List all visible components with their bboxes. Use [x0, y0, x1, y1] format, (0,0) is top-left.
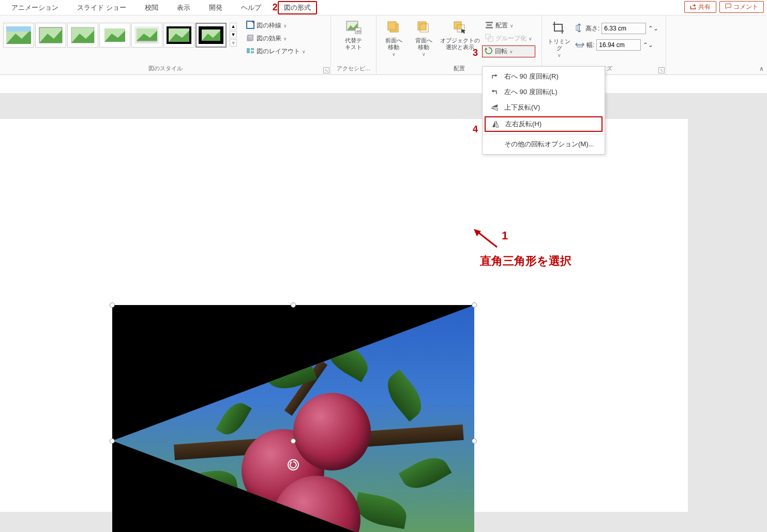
bring-forward-icon: [387, 21, 400, 36]
height-input[interactable]: [601, 23, 646, 34]
alt-text-button[interactable]: ab 代替テ キスト: [340, 18, 368, 51]
send-backward-button[interactable]: 背面へ 移動∨: [410, 18, 438, 57]
picture-border-button[interactable]: 図の枠線∨: [243, 20, 309, 32]
crop-label: トリミング: [545, 38, 573, 52]
height-spinner[interactable]: ⌃⌄: [648, 25, 658, 32]
rotate-left-icon: [490, 87, 499, 97]
flip-h-label: 左右反転(H): [505, 119, 542, 129]
svg-rect-2: [6, 26, 31, 32]
picture-layout-label: 図のレイアウト: [257, 47, 300, 56]
svg-marker-41: [485, 48, 487, 50]
svg-rect-37: [487, 24, 492, 26]
gallery-more[interactable]: ▿: [230, 39, 237, 47]
more-rotation-options[interactable]: その他の回転オプション(M)...: [483, 136, 605, 152]
rotation-handle[interactable]: [288, 459, 299, 470]
style-thumb-1[interactable]: [3, 23, 34, 48]
tab-review[interactable]: 校閲: [136, 1, 168, 14]
handle-ne[interactable]: [472, 302, 477, 308]
svg-marker-47: [496, 121, 499, 127]
style-thumb-2[interactable]: [35, 23, 66, 48]
rotate-right-icon: [490, 72, 499, 81]
align-label: 配置: [495, 21, 508, 30]
styles-launcher[interactable]: ⤡: [323, 67, 329, 73]
menubar: アニメーション スライド ショー 校閲 表示 開発 ヘルプ 2 図の形式 共有 …: [0, 0, 767, 16]
width-label: 幅:: [586, 41, 594, 50]
height-icon: [575, 23, 583, 34]
group-icon: [485, 34, 493, 43]
svg-rect-23: [247, 48, 250, 53]
border-icon: [246, 21, 254, 31]
layout-icon: [246, 47, 254, 56]
width-spinner[interactable]: ⌃⌄: [643, 41, 653, 49]
annotation-1: 1: [502, 229, 508, 242]
picture-effects-label: 図の効果: [257, 34, 281, 43]
tab-view[interactable]: 表示: [168, 1, 200, 14]
style-thumb-5[interactable]: [131, 23, 162, 48]
handle-w[interactable]: [110, 438, 115, 444]
selection-pane-button[interactable]: オブジェクトの 選択と表示: [440, 18, 480, 51]
crop-button[interactable]: トリミング∨: [545, 18, 573, 58]
group-size: トリミング∨ 高さ: ⌃⌄ 幅: ⌃⌄ サイズ ⤡: [542, 16, 666, 74]
tab-developer[interactable]: 開発: [200, 1, 232, 14]
flip-v-icon: [490, 103, 499, 112]
picture-effects-button[interactable]: 図の効果∨: [243, 33, 309, 44]
svg-rect-38: [486, 27, 493, 28]
svg-rect-43: [577, 45, 582, 47]
svg-marker-45: [491, 108, 498, 111]
effects-icon: [246, 34, 254, 43]
crop-icon: [552, 21, 566, 37]
dropdown-separator: [483, 134, 605, 134]
size-launcher[interactable]: ⤡: [658, 67, 665, 73]
flip-h-icon: [491, 119, 500, 129]
style-thumb-6[interactable]: [163, 23, 194, 48]
selected-picture[interactable]: [112, 305, 474, 532]
collapse-ribbon[interactable]: ∧: [759, 65, 764, 72]
svg-marker-46: [492, 121, 495, 127]
style-thumb-4[interactable]: [99, 23, 130, 48]
svg-rect-20: [247, 21, 254, 28]
ribbon: ▲ ▼ ▿ 図の枠線∨ 図の効果∨ 図のレイアウト∨ 図のスタイル: [0, 16, 767, 75]
slide[interactable]: [0, 119, 688, 512]
width-input[interactable]: [596, 39, 641, 51]
rotate-left-90[interactable]: 左へ 90 度回転(L): [483, 84, 605, 100]
share-icon: [690, 3, 696, 11]
tab-picture-format[interactable]: 図の形式: [278, 1, 317, 14]
tab-help[interactable]: ヘルプ: [232, 1, 270, 14]
handle-center[interactable]: [291, 438, 296, 444]
comment-label: コメント: [733, 3, 758, 11]
align-button[interactable]: 配置∨: [482, 20, 535, 32]
height-label: 高さ:: [585, 24, 599, 33]
style-gallery[interactable]: [3, 18, 227, 48]
tab-slideshow[interactable]: スライド ショー: [68, 1, 136, 14]
gallery-up[interactable]: ▲: [230, 23, 237, 30]
width-icon: [575, 40, 584, 50]
more-rotate-label: その他の回転オプション(M)...: [504, 140, 594, 149]
flip-horizontal[interactable]: 左右反転(H): [485, 116, 603, 132]
gallery-down[interactable]: ▼: [230, 31, 237, 38]
rotate-button[interactable]: 回転∨: [482, 45, 535, 57]
gallery-scroll: ▲ ▼ ▿: [230, 23, 237, 47]
annotation-3: 3: [473, 48, 478, 58]
group-button[interactable]: グループ化∨: [482, 33, 535, 44]
style-thumb-3[interactable]: [67, 23, 98, 48]
comment-icon: [725, 3, 731, 11]
rotate-right-90[interactable]: 右へ 90 度回転(R): [483, 69, 605, 84]
handle-e[interactable]: [472, 438, 477, 444]
group-picture-styles: ▲ ▼ ▿ 図の枠線∨ 図の効果∨ 図のレイアウト∨ 図のスタイル: [0, 16, 331, 74]
picture-layout-button[interactable]: 図のレイアウト∨: [243, 45, 309, 57]
bring-forward-button[interactable]: 前面へ 移動∨: [380, 18, 408, 57]
style-thumb-7[interactable]: [195, 23, 227, 48]
flip-vertical[interactable]: 上下反転(V): [483, 100, 605, 115]
alt-text-label: 代替テ キスト: [345, 37, 362, 51]
workspace: [0, 93, 767, 532]
handle-n[interactable]: [291, 302, 296, 308]
svg-marker-44: [491, 104, 498, 107]
svg-text:ab: ab: [356, 29, 361, 34]
svg-rect-36: [486, 22, 493, 23]
rotate-label: 回転: [495, 47, 507, 56]
align-icon: [485, 21, 493, 31]
tab-animation[interactable]: アニメーション: [2, 1, 68, 14]
handle-nw[interactable]: [110, 302, 115, 308]
share-button[interactable]: 共有: [684, 1, 716, 13]
comment-button[interactable]: コメント: [719, 1, 764, 13]
